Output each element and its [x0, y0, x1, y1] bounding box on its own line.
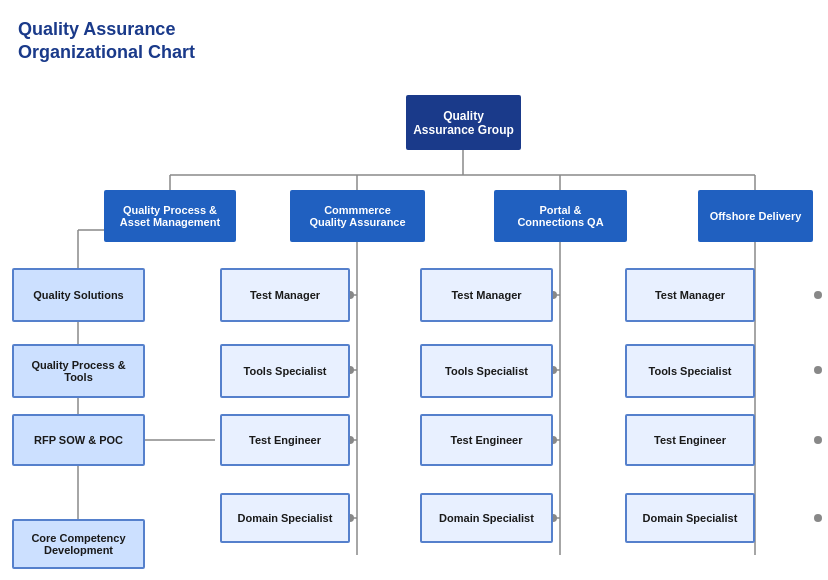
col2-row1-node: Test Manager: [220, 268, 350, 322]
col3-row4-node: Domain Specialist: [420, 493, 553, 543]
col1-head-node: Quality Process & Asset Management: [104, 190, 236, 242]
col1-row2-node: Quality Process & Tools: [12, 344, 145, 398]
root-node: Quality Assurance Group: [406, 95, 521, 150]
page-title: Quality Assurance Organizational Chart: [18, 18, 195, 65]
col4-head-node: Offshore Delivery: [698, 190, 813, 242]
col4-row4-node: Domain Specialist: [625, 493, 755, 543]
col1-row1-node: Quality Solutions: [12, 268, 145, 322]
col4-row1-node: Test Manager: [625, 268, 755, 322]
col4-row3-node: Test Engineer: [625, 414, 755, 466]
col4-row2-node: Tools Specialist: [625, 344, 755, 398]
svg-point-42: [814, 366, 822, 374]
col3-row1-node: Test Manager: [420, 268, 553, 322]
col3-row2-node: Tools Specialist: [420, 344, 553, 398]
col3-row3-node: Test Engineer: [420, 414, 553, 466]
col2-head-node: Commmerce Quality Assurance: [290, 190, 425, 242]
col2-row3-node: Test Engineer: [220, 414, 350, 466]
svg-point-44: [814, 514, 822, 522]
col2-row2-node: Tools Specialist: [220, 344, 350, 398]
col2-row4-node: Domain Specialist: [220, 493, 350, 543]
col1-row4-node: Core Competency Development: [12, 519, 145, 569]
col3-head-node: Portal & Connections QA: [494, 190, 627, 242]
svg-point-43: [814, 436, 822, 444]
col1-row3-node: RFP SOW & POC: [12, 414, 145, 466]
svg-point-41: [814, 291, 822, 299]
